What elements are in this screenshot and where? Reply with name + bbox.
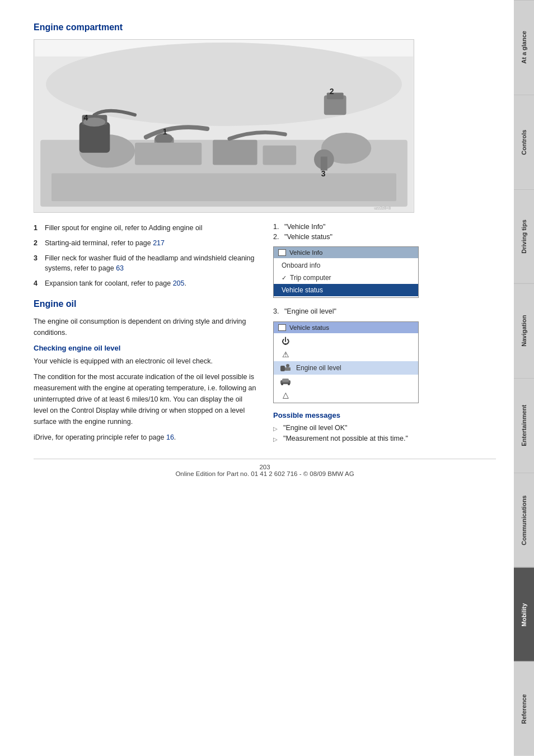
tab-communications[interactable]: Communications: [514, 473, 534, 567]
side-tabs: At a glance Controls Driving tips Naviga…: [514, 0, 534, 756]
engine-oil-label: Engine oil level: [296, 364, 341, 372]
main-content: Engine compartment: [0, 0, 513, 488]
message-text-2: "Measurement not possible at this time.": [283, 435, 408, 442]
step-1: 1. "Vehicle Info": [273, 223, 496, 231]
messages-list: ▷ "Engine oil level OK" ▷ "Measurement n…: [273, 424, 496, 442]
vehicle-info-screen: Vehicle Info Onboard info ✓ Trip compute…: [273, 246, 419, 298]
step-3-label: 3. "Engine oil level": [273, 306, 496, 317]
step-1-num: 1.: [273, 223, 281, 231]
vstat-item-engine-oil: Engine oil level: [274, 361, 418, 375]
message-item-2: ▷ "Measurement not possible at this time…: [273, 435, 496, 442]
tab-driving-tips[interactable]: Driving tips: [514, 189, 534, 284]
item-text-2: Starting-aid terminal, refer to page 217: [45, 238, 165, 249]
link-page-205[interactable]: 205: [173, 279, 185, 287]
engine-oil-intro: The engine oil consumption is dependent …: [34, 316, 256, 338]
triangle-icon: △: [279, 390, 292, 400]
step-2-num: 2.: [273, 233, 281, 241]
svg-point-29: [281, 383, 283, 385]
svg-text:1: 1: [163, 127, 167, 136]
svg-point-26: [286, 364, 289, 367]
engine-diagram-svg: uzz2z8<8 1 2 3 4: [34, 40, 414, 212]
screen-icon: [278, 249, 286, 256]
left-column: 1 Filler spout for engine oil, refer to …: [34, 223, 256, 447]
power-icon: ⏻: [279, 336, 292, 346]
svg-text:2: 2: [330, 87, 334, 96]
step-1-label: "Vehicle Info": [284, 223, 326, 231]
svg-rect-9: [79, 122, 110, 153]
checking-text-1: Your vehicle is equipped with an electro…: [34, 356, 256, 367]
svg-rect-18: [263, 146, 297, 165]
right-column: 1. "Vehicle Info" 2. "Vehicle status" Ve…: [273, 223, 496, 447]
engine-compartment-image: uzz2z8<8 1 2 3 4: [34, 39, 414, 213]
tab-entertainment[interactable]: Entertainment: [514, 378, 534, 473]
list-item-3: 3 Filler neck for washer fluid of the he…: [34, 253, 256, 274]
engine-compartment-list: 1 Filler spout for engine oil, refer to …: [34, 223, 256, 289]
svg-rect-28: [282, 379, 289, 382]
item-num-4: 4: [34, 278, 40, 289]
svg-text:4: 4: [84, 113, 88, 122]
tab-mobility[interactable]: Mobility: [514, 567, 534, 662]
item-text-1: Filler spout for engine oil, refer to Ad…: [45, 223, 202, 234]
tab-navigation[interactable]: Navigation: [514, 283, 534, 378]
arrow-icon-2: ▷: [273, 436, 279, 442]
possible-messages-heading: Possible messages: [273, 411, 496, 419]
page-number: 203: [259, 464, 270, 470]
screen1-item-onboard: Onboard info: [274, 259, 418, 272]
item-num-2: 2: [34, 238, 40, 249]
svg-rect-25: [285, 367, 291, 371]
screen1-title: Vehicle Info: [289, 249, 322, 256]
steps-list: 1. "Vehicle Info" 2. "Vehicle status": [273, 223, 496, 241]
svg-text:3: 3: [321, 169, 326, 178]
item-text-3: Filler neck for washer fluid of the head…: [45, 253, 256, 274]
vstat-item-power: ⏻: [274, 334, 418, 348]
svg-rect-16: [135, 143, 202, 165]
tab-controls[interactable]: Controls: [514, 95, 534, 189]
tab-at-a-glance[interactable]: At a glance: [514, 0, 534, 95]
engine-oil-heading: Engine oil: [34, 299, 256, 309]
screen2-icon: [278, 324, 286, 331]
vehicle-status-screen: Vehicle status ⏻ ⚠: [273, 321, 419, 403]
checking-text-2: The condition for the most accurate indi…: [34, 371, 256, 427]
screen1-item-vehicle-status: Vehicle status: [274, 284, 418, 296]
svg-rect-15: [321, 157, 327, 171]
checkmark-icon: ✓: [282, 274, 287, 282]
vstat-item-triangle: △: [274, 388, 418, 402]
content-two-col: 1 Filler spout for engine oil, refer to …: [34, 223, 496, 447]
screen1-item-trip: ✓ Trip computer: [274, 272, 418, 284]
step-2-label: "Vehicle status": [284, 233, 332, 241]
list-item-2: 2 Starting-aid terminal, refer to page 2…: [34, 238, 256, 249]
item-num-3: 3: [34, 253, 40, 274]
item-num-1: 1: [34, 223, 40, 234]
message-item-1: ▷ "Engine oil level OK": [273, 424, 496, 432]
engine-oil-icon: [279, 363, 292, 373]
screen2-header: Vehicle status: [274, 322, 418, 333]
tab-reference[interactable]: Reference: [514, 661, 534, 756]
warning-icon: ⚠: [279, 349, 292, 360]
arrow-icon-1: ▷: [273, 426, 279, 432]
link-page-63[interactable]: 63: [116, 264, 124, 272]
vstat-item-warning: ⚠: [274, 348, 418, 361]
screen2-title: Vehicle status: [289, 324, 329, 331]
link-page-16[interactable]: 16: [166, 433, 174, 441]
item-text-4: Expansion tank for coolant, refer to pag…: [45, 278, 186, 289]
screen2-body: ⏻ ⚠ Engine oil level: [274, 333, 418, 403]
list-item-4: 4 Expansion tank for coolant, refer to p…: [34, 278, 256, 289]
vstat-item-car: [274, 375, 418, 388]
svg-rect-4: [51, 173, 396, 201]
svg-rect-17: [213, 140, 257, 165]
page-footer: 203 Online Edition for Part no. 01 41 2 …: [34, 459, 496, 477]
screen1-header: Vehicle Info: [274, 247, 418, 258]
idrive-text: iDrive, for operating principle refer to…: [34, 432, 256, 443]
checking-engine-oil-heading: Checking engine oil level: [34, 344, 256, 352]
svg-point-30: [288, 383, 290, 385]
engine-compartment-heading: Engine compartment: [34, 22, 496, 32]
svg-text:uzz2z8<8: uzz2z8<8: [374, 206, 391, 210]
step-2: 2. "Vehicle status": [273, 233, 496, 241]
car-icon: [279, 376, 292, 386]
screen1-body: Onboard info ✓ Trip computer Vehicle sta…: [274, 258, 418, 297]
message-text-1: "Engine oil level OK": [283, 424, 348, 432]
svg-rect-24: [280, 366, 285, 371]
footer-text: Online Edition for Part no. 01 41 2 602 …: [175, 470, 354, 477]
list-item-1: 1 Filler spout for engine oil, refer to …: [34, 223, 256, 234]
link-page-217[interactable]: 217: [153, 239, 165, 247]
